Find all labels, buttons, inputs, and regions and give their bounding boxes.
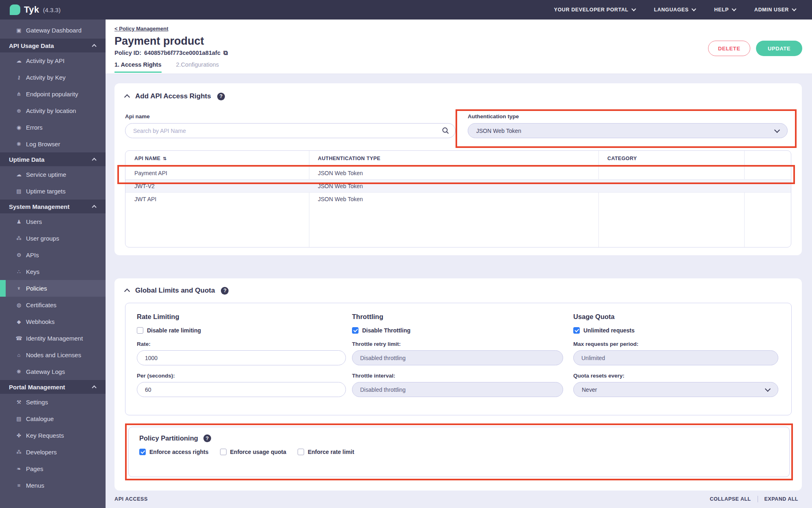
column-header-category: CATEGORY	[598, 151, 744, 166]
breadcrumb[interactable]: < Policy Management	[114, 26, 168, 32]
tab-access-rights[interactable]: 1. Access Rights	[114, 61, 162, 73]
sidebar-item-apis[interactable]: ⚙ APIs	[0, 247, 106, 263]
unlimited-requests-checkbox-row[interactable]: Unlimited requests	[573, 327, 779, 334]
auth-type-select[interactable]: JSON Web Token	[468, 123, 788, 138]
sidebar-item-identity-management[interactable]: ☎ Identity Management	[0, 330, 106, 347]
checkbox-checked[interactable]	[139, 449, 146, 455]
topbar-menu-admin-user[interactable]: ADMIN USER	[754, 7, 796, 13]
section-title: Global Limits and Quota	[135, 287, 215, 295]
sidebar-item-activity-by-key[interactable]: ⚷ Activity by Key	[0, 69, 106, 86]
delete-button[interactable]: DELETE	[708, 41, 750, 56]
sidebar-item-webhooks[interactable]: ◆ Webhooks	[0, 313, 106, 330]
checkbox-checked[interactable]	[573, 327, 580, 334]
api-table: API NAME ⇅ AUTHENTICATION TYPE CATEGORY …	[125, 150, 791, 247]
list-icon: ▤	[15, 188, 22, 194]
sidebar-section-portal-management[interactable]: Portal Management	[0, 380, 106, 394]
chevron-up-icon	[92, 44, 96, 48]
expand-all-button[interactable]: EXPAND ALL	[764, 496, 798, 502]
sidebar-item-nodes-and-licenses[interactable]: ⌂ Nodes and Licenses	[0, 347, 106, 363]
enforce-usage-quota-checkbox-row[interactable]: Enforce usage quota	[220, 449, 286, 455]
sort-icon[interactable]: ⇅	[163, 156, 167, 161]
bug-icon: ❋	[15, 369, 22, 375]
tyk-logo-icon	[10, 4, 20, 15]
policy-id: Policy ID: 640857b6f773ce0001a81afc ⧉	[114, 49, 802, 56]
table-header-row: API NAME ⇅ AUTHENTICATION TYPE CATEGORY	[125, 151, 791, 166]
topbar-menu-help[interactable]: HELP	[714, 7, 736, 13]
sidebar-item-activity-by-api[interactable]: ☁ Activity by API	[0, 52, 106, 69]
rate-input[interactable]	[137, 350, 346, 365]
checkbox-checked[interactable]	[352, 327, 358, 334]
tab-configurations[interactable]: 2.Configurations	[176, 61, 219, 73]
checkbox-unchecked[interactable]	[220, 449, 227, 455]
chevron-down-icon	[792, 7, 796, 11]
menu-icon: ≡	[15, 482, 22, 488]
sidebar-item-users[interactable]: ♟ Users	[0, 213, 106, 230]
sidebar-item-policies[interactable]: ♆ Policies	[0, 280, 106, 297]
per-seconds-label: Per (seconds):	[137, 373, 352, 379]
sidebar-section-uptime-data[interactable]: Uptime Data	[0, 152, 106, 166]
sidebar-item-certificates[interactable]: ◍ Certificates	[0, 297, 106, 313]
sidebar-item-endpoint-popularity[interactable]: ⋔ Endpoint popularity	[0, 86, 106, 102]
tabs: 1. Access Rights 2.Configurations	[114, 61, 802, 73]
api-access-section-label: API ACCESS	[114, 496, 148, 502]
enforce-rate-limit-checkbox-row[interactable]: Enforce rate limit	[298, 449, 354, 455]
copy-icon[interactable]: ⧉	[223, 49, 228, 56]
sitemap-icon: ∴	[15, 269, 22, 275]
quota-resets-select[interactable]: Never	[573, 382, 778, 397]
sidebar-item-uptime-targets[interactable]: ▤ Uptime targets	[0, 183, 106, 200]
globe-icon: ⊕	[15, 108, 22, 114]
sidebar-item-errors[interactable]: ◉ Errors	[0, 119, 106, 136]
sidebar-item-keys[interactable]: ∴ Keys	[0, 263, 106, 280]
rate-label: Rate:	[137, 341, 352, 347]
chevron-down-icon	[732, 7, 736, 11]
sidebar-section-api-usage-data[interactable]: API Usage Data	[0, 39, 106, 52]
table-row[interactable]: Payment API JSON Web Token	[125, 166, 791, 179]
chevron-up-icon	[92, 385, 96, 390]
table-row[interactable]: JWT-V2 JSON Web Token	[125, 179, 791, 192]
sidebar-item-developers[interactable]: ⁂ Developers	[0, 444, 106, 460]
back-arrow: <	[114, 26, 118, 32]
sidebar-item-gateway-logs[interactable]: ❋ Gateway Logs	[0, 363, 106, 380]
sidebar-item-menus[interactable]: ≡ Menus	[0, 477, 106, 494]
disable-throttling-checkbox-row[interactable]: Disable Throttling	[352, 327, 573, 334]
help-icon[interactable]: ?	[217, 93, 225, 100]
column-header-empty	[744, 151, 791, 166]
disable-rate-limiting-checkbox-row[interactable]: Disable rate limiting	[137, 327, 352, 334]
topbar-menu-languages[interactable]: LANGUAGES	[654, 7, 695, 13]
help-icon[interactable]: ?	[203, 434, 211, 442]
search-icon[interactable]	[442, 127, 449, 136]
sidebar-item-user-groups[interactable]: ⁂ User groups	[0, 230, 106, 247]
table-body: Payment API JSON Web Token JWT-V2 JSON W…	[125, 166, 791, 205]
collapse-chevron-icon[interactable]	[124, 289, 130, 294]
topbar-menu-your-developer-portal[interactable]: YOUR DEVELOPER PORTAL	[554, 7, 635, 13]
update-button[interactable]: UPDATE	[756, 41, 802, 56]
collapse-chevron-icon[interactable]	[124, 94, 130, 100]
max-requests-label: Max requests per period:	[573, 341, 779, 347]
sidebar-item-key-requests[interactable]: ✤ Key Requests	[0, 427, 106, 444]
help-icon[interactable]: ?	[221, 287, 229, 295]
column-header-auth-type: AUTHENTICATION TYPE	[309, 151, 598, 166]
checkbox-unchecked[interactable]	[298, 449, 304, 455]
api-search-input[interactable]	[125, 123, 456, 138]
collapse-all-button[interactable]: COLLAPSE ALL	[710, 496, 751, 502]
access-rights-card: Add API Access Rights ? Api name	[114, 83, 802, 255]
annotation-box-policy-partitioning: Policy Partitioning ? Enforce access rig…	[125, 423, 793, 480]
table-row[interactable]: JWT API JSON Web Token	[125, 192, 791, 205]
sidebar-section-system-management[interactable]: System Management	[0, 200, 106, 213]
sidebar-item-settings[interactable]: ⚒ Settings	[0, 394, 106, 410]
throttle-retry-label: Throttle retry limit:	[352, 341, 573, 347]
bank-icon: ⌂	[15, 352, 22, 358]
sidebar-item-service-uptime[interactable]: ☁ Service uptime	[0, 166, 106, 183]
sidebar-item-pages[interactable]: ❧ Pages	[0, 460, 106, 477]
column-header-api-name: API NAME	[134, 156, 160, 161]
monitor-icon: ▣	[15, 27, 22, 33]
per-seconds-input[interactable]	[137, 382, 346, 397]
enforce-access-rights-checkbox-row[interactable]: Enforce access rights	[139, 449, 209, 455]
wrench-icon: ⚒	[15, 399, 22, 405]
group-title: Throttling	[352, 313, 573, 321]
sidebar-item-gateway-dashboard[interactable]: ▣ Gateway Dashboard	[0, 22, 106, 39]
checkbox-unchecked[interactable]	[137, 327, 143, 334]
sidebar-item-catalogue[interactable]: ▤ Catalogue	[0, 410, 106, 427]
sidebar-item-activity-by-location[interactable]: ⊕ Activity by location	[0, 102, 106, 119]
sidebar-item-log-browser[interactable]: ❋ Log Browser	[0, 136, 106, 152]
